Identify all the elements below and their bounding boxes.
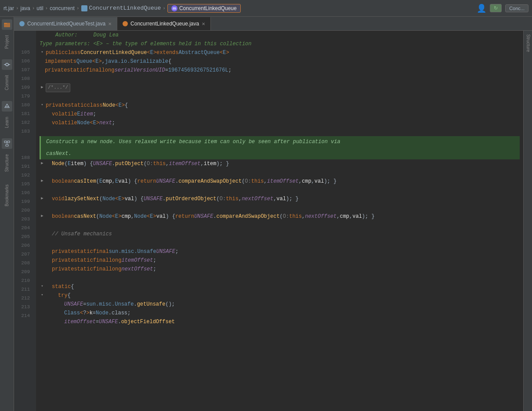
sidebar-label-commit[interactable]: Commit bbox=[4, 73, 10, 92]
tab-main-close[interactable]: ✕ bbox=[202, 22, 205, 26]
code-line-typeparam: Type parameters: <E> – the type of eleme… bbox=[40, 40, 520, 48]
fold-188[interactable]: ▶ bbox=[40, 159, 45, 168]
ln-199: 199 bbox=[14, 198, 33, 206]
field-next: next bbox=[99, 119, 112, 127]
sep5: › bbox=[163, 6, 166, 11]
type-e-181: E bbox=[77, 110, 80, 119]
ln-200: 200 bbox=[14, 206, 33, 215]
fold-109[interactable]: ▶ bbox=[40, 83, 45, 92]
fold-211[interactable]: ▾ bbox=[40, 291, 45, 300]
putobject-188: putObject bbox=[115, 160, 144, 168]
kw-class-180: class bbox=[87, 101, 103, 110]
code-line-203 bbox=[40, 221, 520, 230]
ln-209: 209 bbox=[14, 268, 33, 277]
fold-200[interactable]: ▶ bbox=[40, 212, 45, 221]
param-item-188: item bbox=[71, 160, 83, 168]
tab-main[interactable]: ConcurrentLinkedQueue.java ✕ bbox=[117, 17, 211, 30]
ln-181: 181 bbox=[14, 110, 33, 119]
tp-196: E bbox=[118, 195, 121, 203]
sidebar-label-bookmarks[interactable]: Bookmarks bbox=[4, 183, 10, 208]
paren3-192: ( bbox=[242, 177, 245, 186]
comma2-192: , bbox=[264, 177, 267, 186]
breadcrumb-class2[interactable]: m ConcurrentLinkedQueue bbox=[167, 4, 241, 13]
ln-105: 105 bbox=[14, 48, 33, 57]
kw-public-105: public bbox=[46, 49, 65, 57]
comma4-200: , bbox=[349, 213, 352, 221]
dot-196: . bbox=[163, 195, 166, 203]
objectfieldoffset-214: objectFieldOffset bbox=[121, 318, 175, 326]
kw-this2-192: this bbox=[251, 177, 264, 186]
sidebar-icon-learn[interactable] bbox=[2, 101, 12, 112]
ln-214: 214 bbox=[14, 312, 33, 321]
tab-main-label: ConcurrentLinkedQueue.java bbox=[130, 21, 199, 27]
val-200: val bbox=[156, 213, 166, 221]
fold-196[interactable]: ▶ bbox=[40, 195, 45, 203]
sep2: › bbox=[32, 6, 35, 11]
conc-button[interactable]: Conc... bbox=[505, 4, 528, 12]
casnext-200: casNext bbox=[74, 213, 96, 221]
comma3-192: , bbox=[299, 177, 302, 186]
eq-214: = bbox=[96, 318, 99, 326]
fold-180[interactable]: ▾ bbox=[40, 101, 45, 110]
comma-196: , bbox=[239, 195, 242, 203]
sidebar-label-structure[interactable]: Structure bbox=[4, 152, 10, 174]
paren-188: ( bbox=[65, 160, 68, 168]
gen2-213: > bbox=[86, 309, 89, 317]
sidebar-icon-structure[interactable] bbox=[2, 138, 12, 149]
abstract-105: AbstractQueue bbox=[179, 49, 220, 57]
javadoc-tooltip-line2: casNext. bbox=[40, 148, 520, 160]
code-line-188: ▶ Node ( E item ) { UNSAFE . putObject (… bbox=[40, 159, 520, 168]
tab-test[interactable]: ConcurrentLinkedQueueTest.java ✕ bbox=[14, 17, 117, 30]
type-e-192: E bbox=[99, 177, 102, 186]
breadcrumb-class1-label: ConcurrentLinkedQueue bbox=[89, 5, 161, 11]
javadoc-text-1: Constructs a new node. Uses relaxed writ… bbox=[46, 139, 340, 145]
brace-180: { bbox=[125, 101, 128, 110]
comma-192: , bbox=[112, 177, 115, 186]
ln-author-label bbox=[14, 31, 33, 40]
ln-212: 212 bbox=[14, 294, 33, 303]
java-icon bbox=[81, 5, 87, 11]
kw-bool-200: boolean bbox=[52, 213, 74, 221]
comma-106: , bbox=[102, 58, 105, 66]
ann-o2-192: O: bbox=[245, 177, 251, 186]
folded-109[interactable]: /*...*/ bbox=[46, 83, 70, 92]
user-icon[interactable]: 👤 bbox=[477, 4, 486, 13]
sidebar-icon-commit[interactable] bbox=[2, 59, 12, 70]
ann-o-188: O: bbox=[147, 160, 153, 168]
val-192: val bbox=[118, 177, 128, 186]
breadcrumb-util[interactable]: util bbox=[36, 5, 43, 11]
structure-icon bbox=[4, 141, 10, 147]
sep3: › bbox=[45, 6, 48, 11]
ln-205: 205 bbox=[14, 233, 33, 242]
semi-208: ; bbox=[153, 265, 156, 274]
line-numbers: 105 106 107 108 109 179 180 181 182 183 … bbox=[14, 31, 36, 411]
eq-212: = bbox=[83, 300, 86, 309]
code-content[interactable]: Author: Doug Lea Type parameters: <E> – … bbox=[36, 31, 523, 411]
tab-test-close[interactable]: ✕ bbox=[108, 22, 112, 26]
breadcrumb-concurrent[interactable]: concurrent bbox=[50, 5, 75, 11]
fold-192[interactable]: ▶ bbox=[40, 177, 45, 186]
code-line-209 bbox=[40, 274, 520, 282]
cmp2-200: cmp bbox=[340, 213, 349, 221]
code-line-106: implements Queue < E > , java.io.Seriali… bbox=[40, 57, 520, 66]
ln-tooltip1 bbox=[14, 136, 33, 145]
refresh-button[interactable]: ↻ bbox=[490, 4, 502, 12]
fold-210[interactable]: ▾ bbox=[40, 282, 45, 291]
code-line-208: private static final long nextOffset ; bbox=[40, 265, 520, 274]
sidebar-label-project[interactable]: Project bbox=[4, 33, 10, 50]
fold-105[interactable]: ▾ bbox=[40, 48, 45, 57]
sidebar-label-learn[interactable]: Learn bbox=[4, 115, 10, 130]
comma-188: , bbox=[166, 160, 169, 168]
ln-tooltip2 bbox=[14, 145, 33, 154]
kw-void-196: void bbox=[52, 195, 65, 203]
type-node2-200: Node bbox=[134, 213, 147, 221]
breadcrumb-class1[interactable]: ConcurrentLinkedQueue bbox=[81, 5, 161, 11]
kw-this-200: this bbox=[289, 213, 302, 221]
breadcrumb-rt[interactable]: rt.jar bbox=[4, 5, 14, 11]
breadcrumb-java[interactable]: java bbox=[21, 5, 30, 11]
dot-214: . bbox=[118, 318, 121, 326]
paren-200: ( bbox=[96, 213, 99, 221]
eq-213: = bbox=[93, 309, 96, 317]
right-label-structure[interactable]: Structure bbox=[524, 31, 532, 56]
sidebar-icon-1[interactable] bbox=[2, 19, 12, 30]
